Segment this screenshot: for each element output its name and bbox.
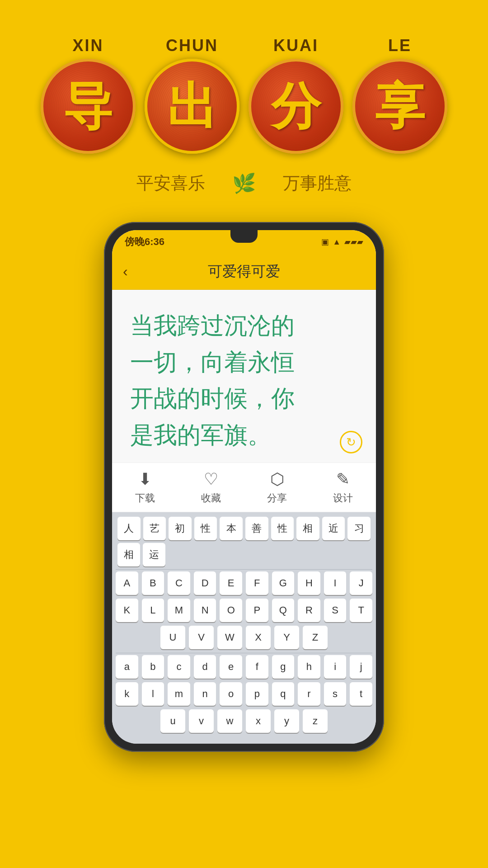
kb-key-G[interactable]: G	[272, 571, 295, 595]
phone-mockup: 傍晚6:36 ▣ ▲ ▰▰▰ ‹ 可爱得可爱 当我跨过沉沦的一切，向着永恒开战的…	[104, 222, 384, 752]
kb-key-X[interactable]: X	[246, 626, 271, 649]
kb-key-i-lower[interactable]: i	[324, 655, 347, 679]
wifi-icon: ▲	[333, 237, 341, 247]
kb-key-r[interactable]: r	[298, 682, 320, 706]
phone-toolbar: ⬇ 下载 ♡ 收藏 ⬡ 分享 ✎ 设计	[112, 462, 376, 512]
char-item-le: LE 享	[352, 36, 447, 154]
subtitle-right: 万事胜意	[283, 172, 352, 195]
kb-key-a[interactable]: a	[116, 655, 138, 679]
kb-key-b[interactable]: b	[142, 655, 164, 679]
content-text: 当我跨过沉沦的一切，向着永恒开战的时候，你是我的军旗。	[130, 308, 358, 453]
kb-key-U[interactable]: U	[160, 626, 185, 649]
kb-key-k[interactable]: k	[116, 682, 138, 706]
kb-key-d[interactable]: d	[194, 655, 216, 679]
kb-key-x-lower[interactable]: x	[246, 709, 271, 733]
kb-key-S[interactable]: S	[324, 599, 347, 622]
char-circle-kuai[interactable]: 分	[249, 59, 343, 154]
kb-key-z-lower[interactable]: z	[303, 709, 328, 733]
characters-row: XIN 导 CHUN 出 KUAI 分 LE 享	[41, 36, 447, 154]
keyboard-lower-row3: u v w x y z	[116, 709, 372, 733]
kb-key-l[interactable]: l	[142, 682, 164, 706]
status-icons: ▣ ▲ ▰▰▰	[321, 237, 363, 247]
phone-notch	[230, 230, 258, 243]
kb-key-e[interactable]: e	[220, 655, 242, 679]
toolbar-favorite[interactable]: ♡ 收藏	[201, 470, 221, 505]
share-icon: ⬡	[270, 470, 284, 489]
kb-key-P[interactable]: P	[246, 599, 268, 622]
kb-key-jin[interactable]: 近	[322, 517, 345, 540]
kb-key-M[interactable]: M	[168, 599, 190, 622]
kb-key-ren[interactable]: 人	[117, 517, 141, 540]
kb-key-W[interactable]: W	[217, 626, 242, 649]
kb-key-O[interactable]: O	[220, 599, 242, 622]
kb-key-s[interactable]: s	[324, 682, 347, 706]
kb-key-F[interactable]: F	[246, 571, 268, 595]
toolbar-share[interactable]: ⬡ 分享	[267, 470, 287, 505]
kb-key-chu[interactable]: 初	[169, 517, 192, 540]
kb-key-J[interactable]: J	[350, 571, 372, 595]
design-label: 设计	[333, 491, 353, 505]
kb-key-E[interactable]: E	[220, 571, 242, 595]
char-label-le: LE	[388, 36, 412, 55]
kb-key-T[interactable]: T	[350, 599, 372, 622]
toolbar-download[interactable]: ⬇ 下载	[135, 470, 155, 505]
kb-key-V[interactable]: V	[189, 626, 214, 649]
page-title: 可爱得可爱	[208, 262, 280, 282]
kb-key-xiang1[interactable]: 相	[296, 517, 319, 540]
phone-section: 傍晚6:36 ▣ ▲ ▰▰▰ ‹ 可爱得可爱 当我跨过沉沦的一切，向着永恒开战的…	[0, 213, 488, 779]
kb-key-yi[interactable]: 艺	[143, 517, 166, 540]
kb-key-ben[interactable]: 本	[220, 517, 243, 540]
phone-status-bar: 傍晚6:36 ▣ ▲ ▰▰▰	[112, 230, 376, 254]
char-circle-chun[interactable]: 出	[145, 59, 239, 154]
kb-key-n[interactable]: n	[194, 682, 216, 706]
kb-key-c[interactable]: c	[168, 655, 190, 679]
status-time: 傍晚6:36	[125, 235, 164, 249]
kb-key-K[interactable]: K	[116, 599, 138, 622]
kb-key-D[interactable]: D	[194, 571, 216, 595]
kb-key-Z[interactable]: Z	[303, 626, 328, 649]
kb-key-v[interactable]: v	[189, 709, 214, 733]
kb-key-H[interactable]: H	[298, 571, 320, 595]
kb-key-shan[interactable]: 善	[245, 517, 268, 540]
char-circle-le[interactable]: 享	[352, 59, 447, 154]
phone-content: 当我跨过沉沦的一切，向着永恒开战的时候，你是我的军旗。 ↻	[112, 290, 376, 462]
kb-key-w[interactable]: w	[217, 709, 242, 733]
kb-key-p[interactable]: p	[246, 682, 268, 706]
kb-key-yun[interactable]: 运	[143, 543, 165, 566]
kb-key-I[interactable]: I	[324, 571, 347, 595]
kb-key-xi[interactable]: 习	[347, 517, 371, 540]
toolbar-design[interactable]: ✎ 设计	[333, 470, 353, 505]
char-circle-xin[interactable]: 导	[41, 59, 136, 154]
back-button[interactable]: ‹	[123, 263, 128, 280]
subtitle-left: 平安喜乐	[136, 172, 205, 195]
kb-key-o-lower[interactable]: o	[220, 682, 242, 706]
kb-key-g[interactable]: g	[272, 655, 295, 679]
battery-icon: ▰▰▰	[344, 237, 363, 247]
kb-key-B[interactable]: B	[142, 571, 164, 595]
kb-key-xiang2[interactable]: 相	[117, 543, 140, 566]
kb-key-j-lower[interactable]: j	[350, 655, 372, 679]
download-icon: ⬇	[138, 470, 152, 489]
kb-key-Q[interactable]: Q	[272, 599, 295, 622]
kb-key-C[interactable]: C	[168, 571, 190, 595]
kb-key-f[interactable]: f	[246, 655, 268, 679]
kb-key-y-lower[interactable]: y	[274, 709, 299, 733]
kb-key-xing2[interactable]: 性	[271, 517, 294, 540]
kb-key-m[interactable]: m	[168, 682, 190, 706]
kb-key-q-lower[interactable]: q	[272, 682, 295, 706]
kb-key-t[interactable]: t	[350, 682, 372, 706]
favorite-label: 收藏	[201, 491, 221, 505]
keyboard-divider1	[116, 569, 372, 570]
kb-key-h[interactable]: h	[298, 655, 320, 679]
kb-key-N[interactable]: N	[194, 599, 216, 622]
refresh-button[interactable]: ↻	[340, 431, 362, 453]
kb-key-R[interactable]: R	[298, 599, 320, 622]
kb-key-u[interactable]: u	[160, 709, 185, 733]
kb-key-L[interactable]: L	[142, 599, 164, 622]
top-section: XIN 导 CHUN 出 KUAI 分 LE 享 平安喜乐	[0, 0, 488, 213]
subtitle-row: 平安喜乐 🌿 万事胜意	[136, 172, 352, 195]
kb-key-xing1[interactable]: 性	[194, 517, 217, 540]
kb-key-Y[interactable]: Y	[274, 626, 299, 649]
kb-key-A[interactable]: A	[116, 571, 138, 595]
char-text-le: 享	[375, 81, 425, 131]
